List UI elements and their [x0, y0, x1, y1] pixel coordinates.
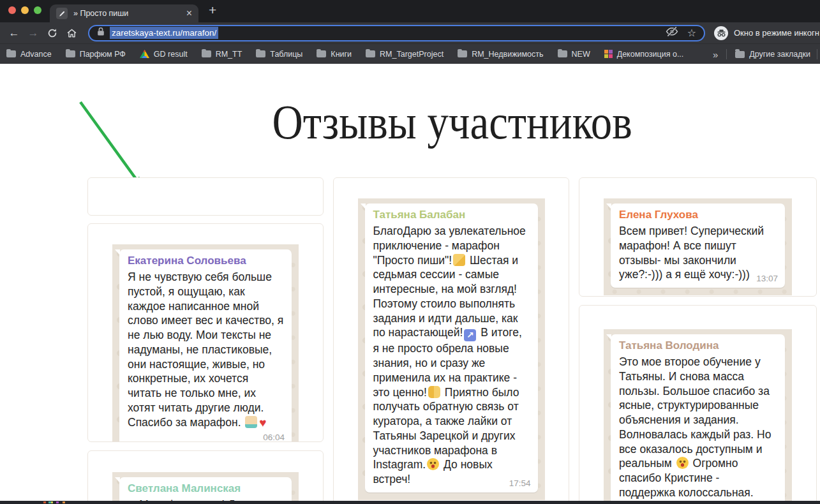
- emoji-shake-icon: [428, 386, 440, 398]
- bookmark-label: RM_Недвижимость: [472, 50, 543, 59]
- chat-screenshot: Татьяна ВолодинаЭто мое второе обучение …: [604, 329, 792, 504]
- eye-off-icon[interactable]: [666, 26, 678, 40]
- bookmark-item[interactable]: RM_TargetProject: [366, 50, 444, 59]
- bookmark-item[interactable]: RM_Недвижимость: [458, 50, 543, 59]
- review-card: Татьяна ВолодинаЭто мое второе обучение …: [579, 305, 817, 504]
- emoji-hug-icon: [676, 457, 689, 469]
- bookmark-item[interactable]: RM_TT: [202, 50, 242, 59]
- message-time: 06:04: [263, 433, 285, 442]
- message-text: Это мое второе обучение у Татьяны. И сно…: [619, 355, 777, 504]
- chat-bubble: Светлана Малинская♥ Марафон супер! Думал…: [119, 477, 292, 504]
- bookmark-item[interactable]: Книги: [317, 50, 352, 59]
- sender-name: Елена Глухова: [619, 209, 777, 221]
- bookmark-label: Advance: [20, 50, 52, 59]
- incognito-icon: [714, 26, 728, 40]
- window-controls: [8, 6, 41, 14]
- bookmark-item[interactable]: Декомпозиция о...: [604, 50, 684, 59]
- message-text: Я не чувствую себя больше пустой, я ощущ…: [128, 270, 284, 429]
- close-window-button[interactable]: [8, 6, 16, 14]
- folder-icon: [735, 51, 745, 58]
- chat-bubble: Татьяна БалабанБлагоДарю за увлекательно…: [365, 204, 538, 493]
- other-bookmarks-label: Другие закладки: [749, 50, 810, 59]
- new-tab-button[interactable]: +: [209, 3, 216, 18]
- message-time: 17:54: [509, 478, 531, 488]
- review-card: Светлана Малинская♥ Марафон супер! Думал…: [87, 450, 324, 504]
- emoji-hug-icon: [427, 458, 439, 470]
- background-window-marks: [43, 501, 74, 503]
- review-column: Екатерина СоловьеваЯ не чувствую себя бо…: [87, 177, 324, 504]
- chat-screenshot: Елена ГлуховаВсем привет! Суперический м…: [604, 198, 792, 295]
- bookmark-item[interactable]: GD result: [140, 50, 188, 59]
- sender-name: Татьяна Балабан: [373, 209, 530, 221]
- chat-bubble: Екатерина СоловьеваЯ не чувствую себя бо…: [119, 249, 292, 442]
- bookmark-star-icon[interactable]: ☆: [687, 28, 696, 38]
- bookmark-item[interactable]: NEW: [558, 50, 590, 59]
- bookmark-label: RM_TargetProject: [380, 50, 444, 59]
- emoji-clap-icon: [453, 254, 465, 266]
- zoom-window-button[interactable]: [34, 6, 41, 14]
- message-text: БлагоДарю за увлекательное приключение -…: [373, 224, 530, 487]
- review-column: Татьяна БалабанБлагоДарю за увлекательно…: [333, 177, 569, 504]
- divider: [817, 49, 817, 59]
- emoji-heart-icon: ♥: [259, 417, 266, 429]
- other-bookmarks-button[interactable]: Другие закладки: [735, 50, 810, 59]
- chat-bubble: Елена ГлуховаВсем привет! Суперический м…: [611, 204, 785, 288]
- tab-strip: » Просто пиши × +: [0, 0, 820, 22]
- bookmark-item[interactable]: Таблицы: [256, 50, 302, 59]
- browser-toolbar: ← → zaretskaya-text.ru/marafon/ ☆ Окно: [0, 22, 820, 43]
- folder-icon: [458, 50, 467, 57]
- browser-tab[interactable]: » Просто пиши ×: [50, 4, 198, 22]
- divider: [726, 49, 727, 59]
- message-text: Всем привет! Суперический марафон! А все…: [619, 224, 777, 282]
- bookmarks-bar-right: » Другие закладки: [713, 44, 820, 64]
- message-time: 13:07: [756, 274, 778, 283]
- color-grid-icon: [604, 50, 613, 58]
- back-icon[interactable]: ←: [6, 26, 22, 41]
- sender-name: Екатерина Соловьева: [128, 255, 284, 267]
- chat-screenshot: Екатерина СоловьеваЯ не чувствую себя бо…: [112, 244, 299, 442]
- incognito-label: Окно в режиме инкогн: [734, 28, 819, 38]
- chat-screenshot: Светлана Малинская♥ Марафон супер! Думал…: [112, 472, 299, 504]
- reload-icon[interactable]: [45, 26, 60, 41]
- bookmark-label: RM_TT: [216, 50, 242, 59]
- sender-name: Татьяна Володина: [619, 339, 777, 352]
- browser-window: » Просто пиши × + ← → zaretskaya-text.ru…: [0, 0, 820, 504]
- bookmark-label: NEW: [572, 50, 590, 59]
- google-drive-icon: [140, 50, 149, 58]
- minimize-window-button[interactable]: [21, 6, 29, 14]
- bookmark-label: Таблицы: [270, 50, 302, 59]
- incognito-badge[interactable]: Окно в режиме инкогн: [714, 26, 819, 40]
- review-card: Татьяна БалабанБлагоДарю за увлекательно…: [333, 177, 569, 504]
- bookmarks-bar: AdvanceПарфюм РФGD resultRM_TTТаблицыКни…: [0, 43, 820, 64]
- bookmarks-overflow-chevron[interactable]: »: [713, 49, 718, 60]
- page-title: Отзывы участников: [272, 94, 632, 150]
- review-card: Екатерина СоловьеваЯ не чувствую себя бо…: [87, 223, 324, 442]
- address-bar[interactable]: zaretskaya-text.ru/marafon/ ☆: [88, 25, 705, 41]
- folder-icon: [256, 50, 265, 57]
- sender-name: Светлана Малинская: [128, 482, 284, 495]
- bookmark-item[interactable]: Advance: [6, 50, 52, 59]
- forward-icon[interactable]: →: [26, 26, 41, 41]
- lock-icon: [97, 27, 105, 39]
- bookmark-label: Декомпозиция о...: [617, 50, 684, 59]
- tab-title: » Просто пиши: [73, 9, 128, 18]
- bookmark-item[interactable]: Парфюм РФ: [66, 50, 126, 59]
- folder-icon: [66, 50, 75, 57]
- tab-close-icon[interactable]: ×: [186, 8, 192, 19]
- bookmark-label: GD result: [154, 50, 188, 59]
- emoji-pray-icon: [245, 416, 257, 428]
- home-icon[interactable]: [64, 26, 79, 41]
- background-window-strip: [0, 501, 820, 504]
- chat-bubble: Татьяна ВолодинаЭто мое второе обучение …: [611, 334, 785, 504]
- bookmark-label: Парфюм РФ: [80, 50, 126, 59]
- folder-icon: [202, 50, 211, 57]
- bookmark-label: Книги: [331, 50, 352, 59]
- folder-icon: [366, 50, 375, 57]
- emoji-arrowe-icon: ↗: [464, 329, 476, 341]
- empty-card: [87, 177, 324, 216]
- folder-icon: [6, 50, 16, 57]
- webpage-content: Отзывы участников Екатерина СоловьеваЯ н…: [0, 64, 820, 504]
- review-card: Елена ГлуховаВсем привет! Суперический м…: [579, 177, 817, 297]
- review-column: Елена ГлуховаВсем привет! Суперический м…: [579, 177, 817, 504]
- chat-screenshot: Татьяна БалабанБлагоДарю за увлекательно…: [358, 198, 545, 500]
